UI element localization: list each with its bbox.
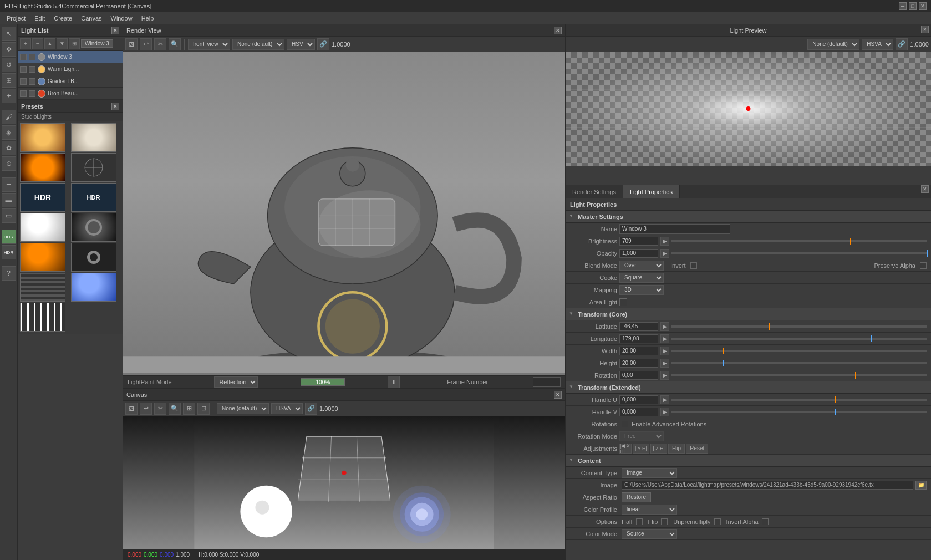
rotation-arrow[interactable]: ▶ — [660, 371, 669, 380]
area-light-checkbox[interactable] — [619, 298, 627, 306]
render-tb-sync[interactable]: 🔗 — [317, 38, 329, 50]
width-arrow[interactable]: ▶ — [660, 347, 669, 355]
view-mode-select[interactable]: front_view — [188, 39, 230, 50]
render-view-close[interactable]: ✕ — [554, 27, 562, 34]
menu-window[interactable]: Window — [106, 14, 137, 23]
unpremultiply-checkbox[interactable] — [714, 518, 721, 525]
preset-4[interactable]: HDR — [20, 183, 65, 212]
height-slider[interactable] — [671, 359, 927, 368]
preset-2[interactable] — [20, 153, 65, 182]
canvas-color-space[interactable]: None (default) — [217, 403, 269, 414]
rotate-x-btn[interactable]: |◀ X H| — [619, 444, 632, 454]
light-eye-3[interactable] — [29, 90, 35, 97]
prop-handle-v-value[interactable]: 0,000 — [619, 408, 658, 416]
menu-project[interactable]: Project — [2, 14, 30, 23]
preset-5[interactable]: HDR — [71, 183, 116, 212]
transform-core-collapse[interactable]: ▼ — [569, 311, 576, 318]
handle-u-arrow[interactable]: ▶ — [660, 395, 669, 404]
maximize-btn[interactable]: □ — [909, 2, 917, 10]
render-pause-btn[interactable]: ⏸ — [388, 376, 400, 388]
handle-v-slider[interactable] — [671, 408, 927, 416]
content-collapse[interactable]: ▼ — [569, 457, 576, 464]
handle-v-arrow[interactable]: ▶ — [660, 408, 669, 416]
tool-move[interactable]: ✥ — [2, 42, 16, 57]
tool-hdr[interactable]: HDR — [2, 230, 16, 244]
light-vis-3[interactable] — [20, 90, 27, 97]
prop-latitude-value[interactable]: -46,45 — [619, 322, 658, 331]
light-add-btn[interactable]: + — [20, 38, 31, 49]
light-up-btn[interactable]: ▲ — [44, 38, 55, 49]
tool-brush[interactable]: 🖌 — [2, 110, 16, 124]
file-browse-btn[interactable]: 📁 — [915, 481, 927, 490]
image-path-input[interactable] — [622, 481, 913, 490]
menu-canvas[interactable]: Canvas — [77, 14, 106, 23]
latitude-arrow[interactable]: ▶ — [660, 322, 669, 331]
brightness-arrow[interactable]: ▶ — [660, 237, 669, 246]
canvas-sync[interactable]: 🔗 — [305, 403, 317, 415]
tool-select[interactable]: ↖ — [2, 27, 16, 41]
latitude-slider[interactable] — [671, 322, 927, 331]
tab-light-properties[interactable]: Light Properties — [623, 185, 680, 198]
light-eye-2[interactable] — [29, 78, 35, 85]
light-vis-2[interactable] — [20, 78, 27, 85]
tool-rotate[interactable]: ↺ — [2, 58, 16, 72]
longitude-arrow[interactable]: ▶ — [660, 334, 669, 343]
prop-brightness-value[interactable]: 709 — [619, 237, 658, 246]
tool-help[interactable]: ? — [2, 266, 16, 281]
height-arrow[interactable]: ▶ — [660, 359, 669, 368]
rotate-y-btn[interactable]: | Y H| — [633, 444, 649, 454]
close-btn[interactable]: ✕ — [919, 2, 927, 10]
light-item-3[interactable]: Bron Beau... — [18, 88, 123, 100]
tool-gradient[interactable]: ⊙ — [2, 156, 16, 171]
light-list-close[interactable]: ✕ — [111, 27, 119, 34]
preset-10[interactable] — [20, 273, 65, 302]
canvas-close[interactable]: ✕ — [554, 391, 562, 399]
tool-scale[interactable]: ⊞ — [2, 73, 16, 88]
preset-8[interactable] — [20, 243, 65, 272]
prop-handle-u-value[interactable]: 0,000 — [619, 395, 658, 404]
light-eye-1[interactable] — [29, 66, 35, 73]
render-tb-btn4[interactable]: 🔍 — [169, 38, 181, 50]
lightpaint-select[interactable]: Reflection — [214, 376, 258, 388]
tab-render-settings[interactable]: Render Settings — [566, 185, 623, 198]
light-copy-btn[interactable]: ⊞ — [69, 38, 80, 49]
prop-height-value[interactable]: 20,00 — [619, 359, 658, 368]
color-space-select[interactable]: None (default) — [232, 39, 284, 50]
prop-width-value[interactable]: 20,00 — [619, 347, 658, 355]
light-item-1[interactable]: Warm Ligh... — [18, 63, 123, 75]
canvas-tb2[interactable]: ↩ — [140, 403, 152, 415]
window-controls[interactable]: ─ □ ✕ — [899, 2, 927, 10]
preset-11[interactable] — [71, 273, 116, 302]
invert-checkbox[interactable] — [690, 262, 697, 269]
half-checkbox[interactable] — [636, 518, 643, 525]
preset-9[interactable] — [71, 243, 116, 272]
color-profile-select[interactable]: linear — [622, 505, 677, 515]
enable-advanced-rotations-cb[interactable] — [622, 421, 628, 427]
minimize-btn[interactable]: ─ — [899, 2, 907, 10]
light-preview-close[interactable]: ✕ — [921, 26, 929, 33]
render-tb-btn2[interactable]: ↩ — [140, 38, 152, 50]
invert-alpha-checkbox[interactable] — [762, 518, 769, 525]
master-collapse[interactable]: ▼ — [569, 213, 576, 220]
blend-mode-select[interactable]: Over — [619, 261, 664, 271]
frame-number-input[interactable]: 0.0 — [533, 377, 561, 387]
width-slider[interactable] — [671, 347, 927, 355]
prop-rotation-value[interactable]: 0,00 — [619, 371, 658, 380]
opacity-arrow[interactable]: ▶ — [660, 249, 669, 258]
flip-btn[interactable]: Flip — [668, 444, 685, 454]
tool-fill[interactable]: ▭ — [2, 208, 16, 223]
rotate-z-btn[interactable]: | Z H| — [650, 444, 667, 454]
cooke-select[interactable]: Square — [619, 273, 664, 283]
opacity-slider[interactable] — [671, 249, 927, 258]
reset-btn[interactable]: Reset — [686, 444, 708, 454]
canvas-tb1[interactable]: 🖼 — [125, 403, 138, 415]
tool-eraser[interactable]: ◈ — [2, 125, 16, 140]
preset-0[interactable] — [20, 123, 65, 152]
handle-u-slider[interactable] — [671, 395, 927, 404]
presets-close[interactable]: ✕ — [111, 103, 119, 110]
tool-paint[interactable]: ✦ — [2, 89, 16, 103]
prop-opacity-value[interactable]: 1,000 — [619, 249, 658, 258]
menu-edit[interactable]: Edit — [30, 14, 49, 23]
preview-sync[interactable]: 🔗 — [896, 38, 908, 50]
light-item-2[interactable]: Gradient B... — [18, 75, 123, 88]
